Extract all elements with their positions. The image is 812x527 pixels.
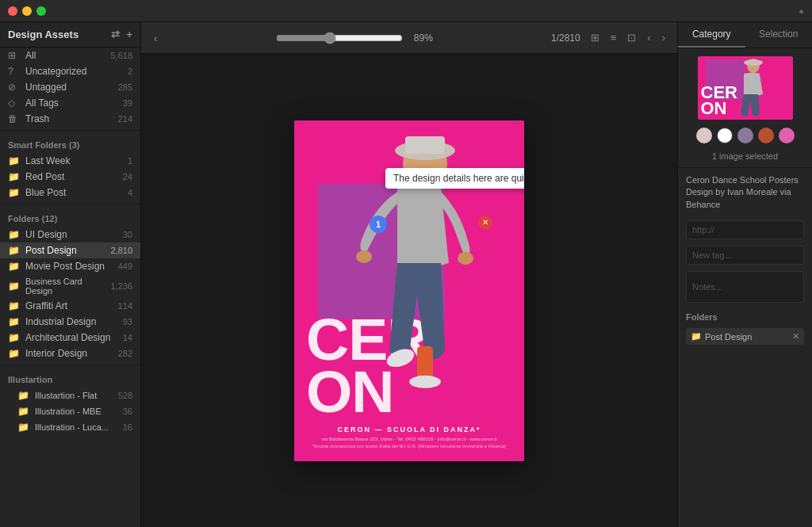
poster-image[interactable]: CERON (294, 120, 524, 461)
main-content: ‹ 89% 1/2810 ⊞ ≡ ⊡ ‹ › C (141, 22, 677, 527)
next-button[interactable]: › (658, 30, 669, 45)
right-panel-tabs: Category Selection (678, 22, 812, 48)
divider (0, 204, 140, 204)
sidebar-item-architectural-design[interactable]: 📁 Architectural Design 14 (0, 330, 140, 346)
sidebar-item-blue-post[interactable]: 📁 Blue Post 4 (0, 185, 140, 200)
trash-icon: 🗑 (8, 113, 21, 124)
sidebar-blue-post-count: 4 (128, 188, 132, 197)
folder-icon: 📁 (8, 171, 21, 182)
sidebar-ui-design-count: 30 (123, 230, 132, 239)
question-icon: ? (8, 66, 21, 77)
panel-description: Ceron Dance School Posters Design by Iva… (678, 168, 812, 217)
sidebar-post-design-label: Post Design (25, 245, 107, 256)
illustration-section: Illustartion (0, 369, 140, 388)
app-body: Design Assets ⇄ + ⊞ All 5,618 ? Uncatego… (0, 22, 812, 527)
folder-icon: 📁 (17, 390, 30, 401)
sidebar-industrial-count: 93 (123, 317, 132, 327)
sidebar-header: Design Assets ⇄ + (0, 22, 140, 48)
sort-icon[interactable]: ⇄ (111, 29, 120, 40)
sidebar-item-business-card-design[interactable]: 📁 Business Card Design 1,236 (0, 274, 140, 298)
sidebar-item-graffiti-art[interactable]: 📁 Graffiti Art 114 (0, 298, 140, 314)
sidebar-item-industrial-design[interactable]: 📁 Industrial Design 93 (0, 314, 140, 330)
sidebar-item-last-week[interactable]: 📁 Last Week 1 (0, 153, 140, 169)
folder-orange-icon: 📁 (8, 245, 21, 256)
svg-point-9 (744, 59, 763, 66)
sidebar-trash-count: 214 (118, 114, 132, 124)
sidebar-item-illustration-flat[interactable]: 📁 Illustartion - Flat 528 (0, 388, 140, 403)
sidebar-item-post-design[interactable]: 📁 Post Design 2,810 (0, 242, 140, 258)
thumb-figure (714, 56, 777, 120)
annotation-close-button[interactable]: ✕ (478, 216, 492, 230)
sidebar-item-ui-design[interactable]: 📁 UI Design 30 (0, 227, 140, 242)
minimize-button[interactable] (22, 6, 32, 16)
folder-tag-close[interactable]: ✕ (792, 331, 799, 342)
sidebar-illus-flat-label: Illustartion - Flat (35, 391, 115, 400)
sidebar-graffiti-label: Graffiti Art (25, 300, 115, 311)
sidebar-business-card-count: 1,236 (110, 281, 132, 291)
sidebar-item-all-tags[interactable]: ◇ All Tags 39 (0, 95, 140, 111)
tab-category[interactable]: Category (678, 22, 745, 48)
swatch-4[interactable] (758, 128, 774, 143)
svg-point-3 (356, 250, 372, 262)
grid-view-button[interactable]: ⊞ (587, 30, 603, 45)
sidebar-item-illustration-luca[interactable]: 📁 Illustration - Luca... 16 (0, 419, 140, 435)
folder-icon: 📁 (8, 300, 21, 311)
detail-view-button[interactable]: ⊡ (623, 30, 640, 45)
sidebar-illus-mbe-count: 36 (123, 407, 132, 416)
sidebar-item-red-post[interactable]: 📁 Red Post 24 (0, 169, 140, 185)
poster-footer: CERON — SCUOLA DI DANZA* via Baldasseria… (294, 414, 524, 461)
sidebar-untagged-label: Untagged (25, 82, 115, 93)
annotation-tooltip[interactable]: The design details here are quite good. (385, 168, 524, 189)
folder-icon: 📁 (8, 332, 21, 343)
sidebar-item-untagged[interactable]: ⊘ Untagged 285 (0, 79, 140, 95)
swatch-3[interactable] (737, 128, 753, 143)
folder-icon: 📁 (8, 155, 21, 166)
grid-icon: ⊞ (8, 50, 21, 61)
titlebar: ● (0, 0, 812, 22)
list-view-button[interactable]: ≡ (607, 30, 621, 45)
folder-tag: 📁 Post Design ✕ (686, 328, 804, 345)
swatch-2[interactable] (717, 128, 733, 143)
sidebar-item-illustration-mbe[interactable]: 📁 Illustration - MBE 36 (0, 403, 140, 419)
add-icon[interactable]: + (126, 29, 132, 40)
sidebar-movie-post-count: 449 (118, 262, 132, 271)
annotation-dot[interactable]: 1 (370, 216, 387, 233)
sidebar-header-icons: ⇄ + (111, 29, 132, 40)
sidebar-uncategorized-label: Uncategorized (25, 66, 124, 77)
url-input[interactable] (686, 220, 804, 239)
sidebar-movie-post-label: Movie Post Design (25, 261, 115, 272)
sidebar-item-all[interactable]: ⊞ All 5,618 (0, 48, 140, 63)
sidebar-architectural-label: Architectural Design (25, 332, 120, 343)
maximize-button[interactable] (36, 6, 46, 16)
folders-section: Folders (12) (0, 208, 140, 227)
zoom-label: 89% (409, 32, 438, 44)
sidebar-industrial-label: Industrial Design (25, 316, 120, 327)
toolbar: ‹ 89% 1/2810 ⊞ ≡ ⊡ ‹ › (141, 22, 677, 54)
folder-icon: 📁 (8, 281, 21, 292)
sidebar-ui-design-label: UI Design (25, 229, 120, 240)
sidebar-item-uncategorized[interactable]: ? Uncategorized 2 (0, 63, 140, 79)
tag-x-icon: ⊘ (8, 82, 21, 93)
sidebar-item-interior-design[interactable]: 📁 Interior Design 282 (0, 346, 140, 361)
divider (0, 365, 140, 365)
sidebar-item-trash[interactable]: 🗑 Trash 214 (0, 111, 140, 127)
sidebar-post-design-count: 2,810 (110, 246, 132, 255)
sidebar-last-week-label: Last Week (25, 155, 124, 166)
zoom-slider[interactable] (276, 32, 403, 44)
sidebar-illus-luca-label: Illustration - Luca... (35, 422, 120, 432)
swatch-5[interactable] (779, 128, 795, 143)
poster-subtitle: via Baldasseria Bassa 323, Udine - Tel. … (321, 436, 496, 442)
tab-selection[interactable]: Selection (745, 22, 813, 48)
sidebar-uncategorized-count: 2 (128, 67, 132, 76)
sidebar-architectural-count: 14 (123, 333, 132, 342)
tag-input[interactable] (686, 246, 804, 265)
sidebar-item-movie-post-design[interactable]: 📁 Movie Post Design 449 (0, 258, 140, 274)
notes-input[interactable] (686, 271, 804, 303)
sidebar-blue-post-label: Blue Post (25, 187, 124, 198)
prev-button[interactable]: ‹ (643, 30, 654, 45)
folders-section-title: Folders (678, 306, 812, 325)
swatch-1[interactable] (696, 128, 712, 143)
close-button[interactable] (8, 6, 17, 16)
sidebar-red-post-label: Red Post (25, 171, 120, 182)
back-button[interactable]: ‹ (149, 30, 163, 46)
